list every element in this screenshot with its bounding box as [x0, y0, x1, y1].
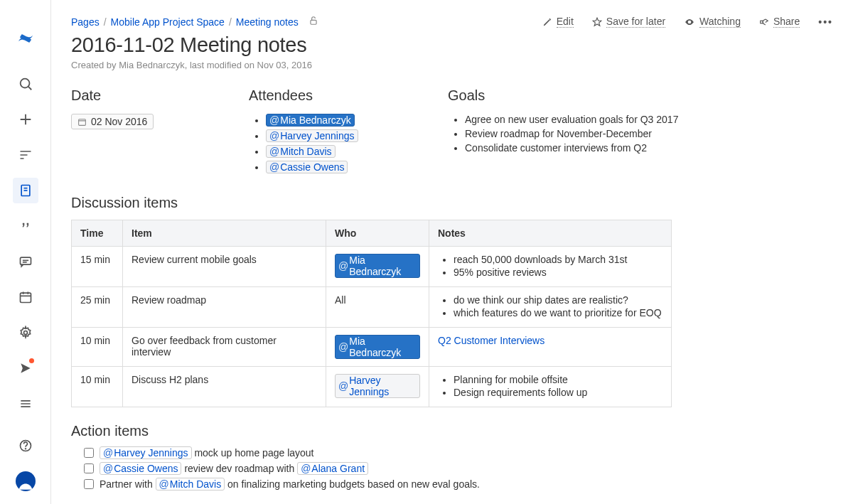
mention-cassie[interactable]: @Cassie Owens — [266, 161, 348, 173]
expand-icon[interactable] — [13, 391, 38, 417]
svg-line-1 — [28, 87, 31, 90]
svg-rect-28 — [79, 119, 86, 125]
mention-mia[interactable]: @Mia Bednarczyk — [335, 335, 420, 359]
svg-point-22 — [25, 449, 26, 449]
th-who: Who — [326, 220, 429, 247]
action-item: @Harvey Jennings mock up home page layou… — [84, 446, 833, 459]
breadcrumb-separator: / — [104, 16, 107, 28]
action-items-list: @Harvey Jennings mock up home page layou… — [71, 446, 833, 490]
help-icon[interactable] — [13, 433, 38, 459]
attendees-list: @Mia Bednarczyk @Harvey Jennings @Mitch … — [249, 114, 419, 173]
discussion-table: Time Item Who Notes 15 min Review curren… — [71, 220, 672, 407]
table-row: 25 min Review roadmap All do we think ou… — [72, 287, 672, 328]
cell-item: Review roadmap — [123, 287, 326, 328]
svg-rect-13 — [20, 293, 31, 302]
mention-cassie[interactable]: @Cassie Owens — [100, 462, 181, 475]
cell-who: @Mia Bednarczyk — [326, 328, 429, 367]
mention-harvey[interactable]: @Harvey Jennings — [335, 374, 420, 398]
unlocked-icon[interactable] — [309, 16, 318, 28]
cell-item: Discuss H2 plans — [123, 367, 326, 407]
topbar: Pages / Mobile App Project Space / Meeti… — [71, 16, 833, 28]
action-item: Partner with @Mitch Davis on finalizing … — [84, 478, 833, 490]
breadcrumb-separator: / — [229, 16, 232, 28]
mention-harvey[interactable]: @Harvey Jennings — [266, 129, 358, 142]
th-notes: Notes — [429, 220, 672, 247]
date-heading: Date — [71, 87, 220, 104]
svg-point-0 — [20, 79, 29, 88]
svg-point-17 — [23, 331, 27, 335]
more-actions-button[interactable]: ••• — [818, 16, 833, 28]
goal-item: Review roadmap for November-December — [465, 128, 833, 139]
breadcrumb-pages[interactable]: Pages — [71, 16, 100, 28]
cell-time: 10 min — [72, 328, 123, 367]
cell-notes: reach 50,000 downloads by March 31st95% … — [429, 247, 672, 287]
date-value: 02 Nov 2016 — [91, 116, 147, 127]
cell-item: Go over feedback from customer interview — [123, 328, 326, 367]
global-sidebar — [0, 0, 51, 504]
notification-icon[interactable] — [13, 355, 38, 381]
breadcrumb: Pages / Mobile App Project Space / Meeti… — [71, 16, 318, 28]
page-meta: Created by Mia Bednarczyk, last modified… — [71, 60, 833, 70]
settings-icon[interactable] — [13, 320, 38, 345]
th-time: Time — [72, 220, 123, 247]
action-items-heading: Action items — [71, 423, 833, 439]
date-chip[interactable]: 02 Nov 2016 — [71, 114, 154, 129]
create-icon[interactable] — [13, 107, 38, 132]
page-actions: Edit Save for later Watching Share ••• — [542, 16, 833, 28]
table-row: 10 min Go over feedback from customer in… — [72, 328, 672, 367]
discussion-heading: Discussion items — [71, 195, 833, 211]
comment-icon[interactable] — [13, 249, 38, 274]
watching-button[interactable]: Watching — [684, 16, 741, 28]
table-row: 15 min Review current mobile goals @Mia … — [72, 247, 672, 287]
table-row: 10 min Discuss H2 plans @Harvey Jennings… — [72, 367, 672, 407]
action-item: @Cassie Owens review dev roadmap with @A… — [84, 462, 833, 475]
calendar-icon[interactable] — [13, 284, 38, 310]
cell-who: @Harvey Jennings — [326, 367, 429, 407]
main-content: Pages / Mobile App Project Space / Meeti… — [51, 0, 853, 504]
breadcrumb-page[interactable]: Meeting notes — [236, 16, 299, 28]
goals-heading: Goals — [448, 87, 833, 104]
confluence-logo-icon[interactable] — [13, 26, 38, 51]
mention-mia[interactable]: @Mia Bednarczyk — [335, 254, 420, 278]
goal-item: Consolidate customer interviews from Q2 — [465, 142, 833, 154]
mention-mia[interactable]: @Mia Bednarczyk — [266, 114, 355, 127]
cell-item: Review current mobile goals — [123, 247, 326, 287]
edit-button[interactable]: Edit — [542, 16, 574, 28]
profile-avatar-icon[interactable] — [13, 468, 38, 494]
goals-list: Agree on new user evaluation goals for Q… — [448, 114, 833, 154]
mention-harvey[interactable]: @Harvey Jennings — [100, 446, 192, 459]
svg-rect-25 — [311, 20, 316, 24]
save-for-later-button[interactable]: Save for later — [592, 16, 665, 28]
share-button[interactable]: Share — [759, 16, 800, 28]
th-item: Item — [123, 220, 326, 247]
svg-point-24 — [22, 476, 28, 482]
filter-icon[interactable] — [13, 142, 38, 168]
action-checkbox[interactable] — [84, 463, 94, 473]
mention-alana[interactable]: @Alana Grant — [297, 462, 368, 475]
quote-icon[interactable] — [13, 213, 38, 239]
svg-marker-26 — [593, 18, 601, 26]
cell-who: All — [326, 287, 429, 328]
attendees-heading: Attendees — [249, 87, 419, 104]
mention-mitch[interactable]: @Mitch Davis — [266, 145, 336, 158]
page-title: 2016-11-02 Meeting notes — [71, 33, 833, 57]
cell-who: @Mia Bednarczyk — [326, 247, 429, 287]
cell-time: 25 min — [72, 287, 123, 328]
page-icon[interactable] — [13, 178, 38, 203]
breadcrumb-space[interactable]: Mobile App Project Space — [111, 16, 225, 28]
svg-rect-27 — [761, 21, 763, 23]
action-checkbox[interactable] — [84, 479, 94, 489]
cell-notes: Q2 Customer Interviews — [429, 328, 672, 367]
goal-item: Agree on new user evaluation goals for Q… — [465, 114, 833, 125]
cell-notes: do we think our ship dates are realistic… — [429, 287, 672, 328]
mention-mitch[interactable]: @Mitch Davis — [156, 478, 225, 490]
search-icon[interactable] — [13, 71, 38, 97]
notes-link[interactable]: Q2 Customer Interviews — [438, 335, 544, 346]
cell-time: 15 min — [72, 247, 123, 287]
cell-time: 10 min — [72, 367, 123, 407]
action-checkbox[interactable] — [84, 448, 94, 458]
cell-notes: Planning for mobile offsiteDesign requir… — [429, 367, 672, 407]
